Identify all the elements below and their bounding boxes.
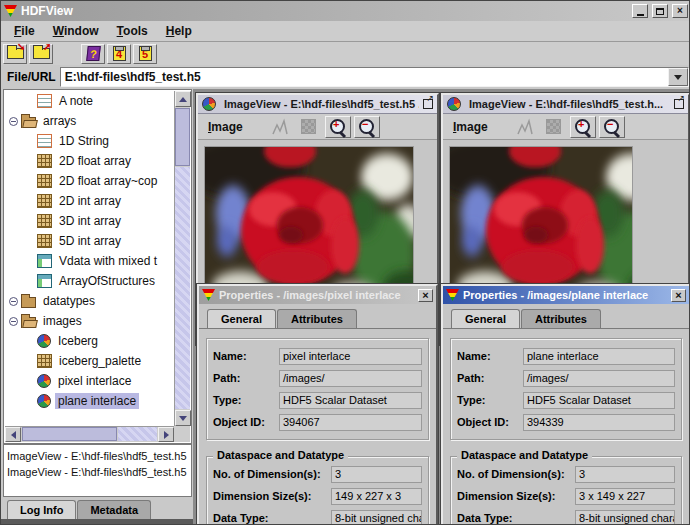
- tree-item-1d-string[interactable]: 1D String: [5, 131, 174, 151]
- menu-image[interactable]: Image: [204, 118, 247, 136]
- window-bottom-edge: [1, 519, 193, 525]
- general-group: Name:plane interlace Path:/images/ Type:…: [450, 338, 682, 440]
- rose-photo[interactable]: [205, 147, 414, 296]
- zoom-out-button[interactable]: −: [354, 116, 380, 138]
- tree-vertical-scrollbar[interactable]: [174, 91, 190, 426]
- minimize-button[interactable]: [632, 4, 648, 18]
- tree-item-2d-float-array-cop[interactable]: 2D float array~cop: [5, 171, 174, 191]
- tree-item-2d-float-array[interactable]: 2D float array: [5, 151, 174, 171]
- properties1-titlebar[interactable]: Properties - /images/pixel interlace ×: [199, 286, 436, 304]
- close-button[interactable]: ×: [672, 4, 688, 18]
- tab-metadata[interactable]: Metadata: [77, 500, 151, 519]
- tab-attributes[interactable]: Attributes: [277, 309, 357, 328]
- palette-icon: [301, 119, 316, 134]
- maximize-button[interactable]: [652, 4, 668, 18]
- image-icon: [37, 374, 51, 388]
- menu-tools[interactable]: Tools: [108, 22, 157, 40]
- tree-item-datatypes[interactable]: datatypes: [5, 291, 174, 311]
- path-label: Path:: [457, 372, 523, 384]
- imageview1-title: ImageView - E:\hdf-files\hdf5_test.h5 ..…: [224, 98, 419, 110]
- menu-window[interactable]: Window: [44, 22, 108, 40]
- scroll-down-button[interactable]: [175, 410, 191, 426]
- tree-expand-handle-icon[interactable]: [9, 117, 18, 126]
- grid-icon: [37, 174, 52, 188]
- restore-icon[interactable]: [423, 99, 433, 109]
- close-icon[interactable]: ×: [418, 289, 433, 302]
- open-file-button[interactable]: ➘: [3, 44, 27, 64]
- menu-image[interactable]: Image: [449, 118, 492, 136]
- rose-photo[interactable]: [450, 147, 633, 296]
- restore-icon[interactable]: [674, 99, 684, 109]
- palette-button[interactable]: [296, 116, 322, 138]
- help-button[interactable]: ?: [81, 44, 105, 64]
- tree-item-iceberg[interactable]: Iceberg: [5, 331, 174, 351]
- type-label: Type:: [213, 394, 279, 406]
- tree-expand-handle-icon[interactable]: [9, 297, 18, 306]
- tree-item-label: pixel interlace: [55, 373, 134, 389]
- num-dimensions-value: 3: [331, 466, 422, 483]
- tab-general[interactable]: General: [451, 309, 520, 328]
- file-url-value[interactable]: E:\hdf-files\hdf5_test.h5: [61, 70, 668, 84]
- data-type-label: Data Type:: [213, 512, 331, 524]
- type-label: Type:: [457, 394, 523, 406]
- tree-item-2d-int-array[interactable]: 2D int array: [5, 191, 174, 211]
- grid-icon: [37, 214, 52, 228]
- tree-horizontal-scrollbar[interactable]: [5, 426, 174, 442]
- tab-attributes[interactable]: Attributes: [521, 309, 601, 328]
- tree-item-images[interactable]: images: [5, 311, 174, 331]
- tree-item-arrays[interactable]: arrays: [5, 111, 174, 131]
- menu-file[interactable]: File: [5, 22, 44, 40]
- scrollbar-thumb[interactable]: [22, 427, 117, 441]
- close-icon[interactable]: ×: [671, 289, 686, 302]
- zoom-in-icon: +: [329, 118, 347, 136]
- tab-log-info[interactable]: Log Info: [7, 500, 76, 519]
- properties2-titlebar[interactable]: Properties - /images/plane interlace ×: [443, 286, 689, 304]
- zoom-out-button[interactable]: −: [599, 116, 625, 138]
- tree-item-3d-int-array[interactable]: 3D int array: [5, 211, 174, 231]
- palette-icon: [546, 119, 561, 134]
- scroll-up-button[interactable]: [175, 91, 191, 107]
- window-titlebar: HDFView ×: [1, 1, 690, 21]
- num-dimensions-value: 3: [575, 466, 675, 483]
- scroll-left-button[interactable]: [5, 427, 21, 442]
- close-folder-icon: ➚: [33, 48, 50, 59]
- hdf4-library-button[interactable]: 4: [107, 44, 131, 64]
- dataspace-group: Dataspace and Datatype No. of Dimension(…: [206, 456, 429, 525]
- open-folder-icon: ➘: [7, 48, 24, 59]
- close-file-button[interactable]: ➚: [29, 44, 53, 64]
- note-icon: [37, 94, 52, 108]
- histogram-button[interactable]: [512, 116, 538, 138]
- imageview2-titlebar[interactable]: ImageView - E:\hdf-files\hdf5_test.h...: [443, 95, 688, 114]
- note-icon: [37, 134, 52, 148]
- tree-item-arrayofstructures[interactable]: ArrayOfStructures: [5, 271, 174, 291]
- menubar: File Window Tools Help: [1, 21, 690, 42]
- tree-item-label: 5D int array: [56, 233, 124, 249]
- imageview1-titlebar[interactable]: ImageView - E:\hdf-files\hdf5_test.h5 ..…: [198, 95, 437, 114]
- tree-item-label: ArrayOfStructures: [56, 273, 158, 289]
- name-value: pixel interlace: [279, 348, 422, 365]
- zoom-in-button[interactable]: +: [325, 116, 351, 138]
- tree-item-label: plane interlace: [55, 393, 139, 409]
- file-url-combobox[interactable]: E:\hdf-files\hdf5_test.h5: [60, 67, 689, 87]
- hdf5-library-button[interactable]: 5: [133, 44, 157, 64]
- tree-item-5d-int-array[interactable]: 5D int array: [5, 231, 174, 251]
- table-icon: [37, 274, 52, 288]
- tree-item-vdata-with-mixed-t[interactable]: Vdata with mixed t: [5, 251, 174, 271]
- palette-button[interactable]: [541, 116, 567, 138]
- properties1-title: Properties - /images/pixel interlace: [219, 289, 414, 301]
- scroll-right-button[interactable]: [158, 427, 174, 442]
- hdf-logo-icon: [202, 289, 215, 301]
- scrollbar-thumb[interactable]: [175, 108, 190, 166]
- tree-item-iceberg-palette[interactable]: iceberg_palette: [5, 351, 174, 371]
- general-group: Name:pixel interlace Path:/images/ Type:…: [206, 338, 429, 440]
- tree-expand-handle-icon[interactable]: [9, 317, 18, 326]
- tree-item-pixel-interlace[interactable]: pixel interlace: [5, 371, 174, 391]
- tab-general[interactable]: General: [207, 309, 276, 328]
- tree-item-a-note[interactable]: A note: [5, 91, 174, 111]
- zoom-in-button[interactable]: +: [570, 116, 596, 138]
- tree-item-plane-interlace[interactable]: plane interlace: [5, 391, 174, 411]
- histogram-button[interactable]: [267, 116, 293, 138]
- log-line: ImageView - E:\hdf-files\hdf5_test.h5: [7, 464, 188, 480]
- combobox-dropdown-button[interactable]: [668, 68, 688, 86]
- menu-help[interactable]: Help: [157, 22, 201, 40]
